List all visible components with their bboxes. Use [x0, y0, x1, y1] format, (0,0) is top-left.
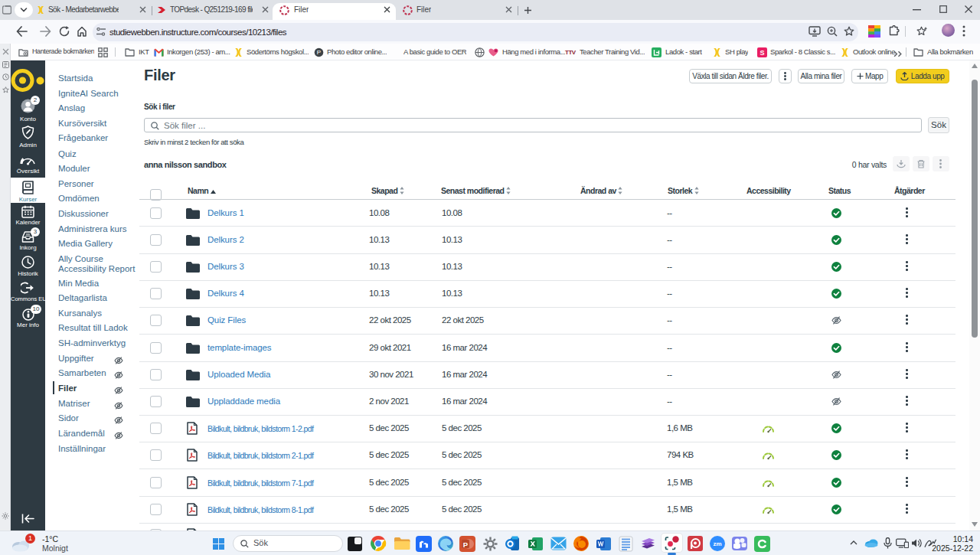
svg-text:P: P: [317, 49, 321, 56]
svg-text:zm: zm: [713, 540, 721, 547]
svg-text:P: P: [463, 540, 469, 549]
svg-text:S: S: [760, 49, 764, 57]
